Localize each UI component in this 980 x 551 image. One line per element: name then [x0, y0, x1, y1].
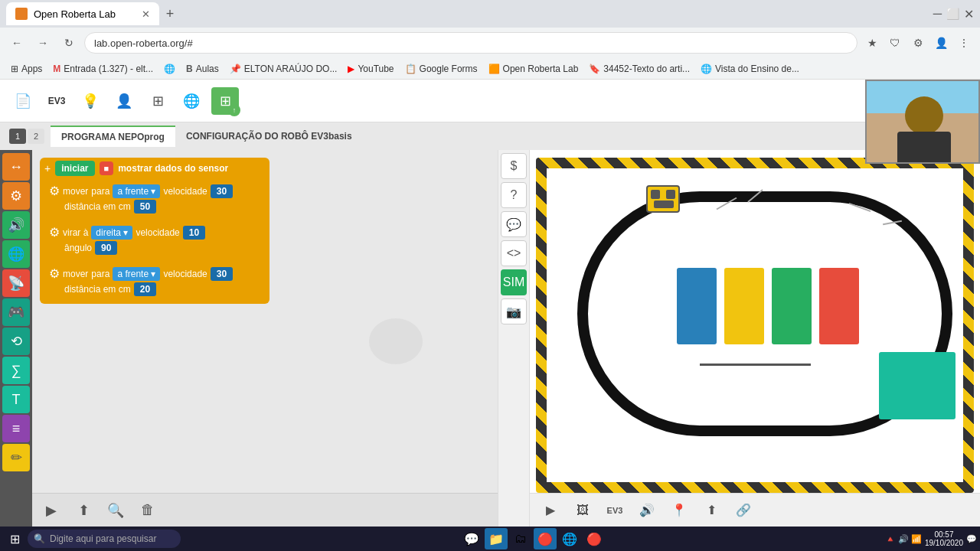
taskbar-search[interactable]: 🔍 Digite aqui para pesquisar: [28, 530, 181, 548]
sidebar-globe-icon[interactable]: 🌐: [2, 240, 30, 268]
browser-actions: ★ 🛡 ⚙ 👤 ⋮: [862, 33, 974, 53]
add-block-btn[interactable]: +: [44, 162, 51, 174]
sidebar-control-icon[interactable]: 🎮: [2, 298, 30, 326]
bookmark-globe[interactable]: 🌐: [159, 62, 180, 76]
bookmark-roberta[interactable]: 🟧 Open Roberta Lab: [484, 62, 583, 76]
play-btn[interactable]: ▶: [40, 499, 63, 522]
taskbar-folder-btn[interactable]: 📁: [485, 528, 508, 549]
forward-button[interactable]: →: [32, 32, 54, 54]
upload-btn[interactable]: ⬆: [72, 499, 95, 522]
maximize-btn[interactable]: ⬜: [946, 8, 959, 20]
address-bar[interactable]: lab.open-roberta.org/#: [84, 32, 858, 54]
close-btn[interactable]: ✕: [964, 7, 974, 21]
browser-controls: ← → ↻ lab.open-roberta.org/# ★ 🛡 ⚙ 👤 ⋮: [0, 28, 980, 58]
speed-value-2[interactable]: 10: [183, 226, 205, 240]
taskbar-time: 00:57 19/10/2020: [925, 530, 963, 547]
dollar-btn[interactable]: $: [501, 153, 527, 179]
speed-value-1[interactable]: 30: [211, 184, 233, 198]
refresh-button[interactable]: ↻: [58, 32, 80, 54]
bookmark-vista[interactable]: 🌐 Vista do Ensino de...: [696, 62, 804, 76]
browser-tab[interactable]: Open Roberta Lab ✕: [6, 2, 159, 25]
sidebar-text-icon[interactable]: T: [2, 386, 30, 413]
direction-dropdown-1[interactable]: a frente ▾: [113, 184, 160, 198]
back-button[interactable]: ←: [6, 32, 28, 54]
sim-sound-btn[interactable]: 🔊: [634, 497, 660, 523]
taskbar-ppt-btn[interactable]: 🔴: [583, 528, 606, 549]
sim-image-btn[interactable]: 🖼: [570, 497, 596, 523]
app-container: 📄 EV3 💡 👤 ⊞ 🌐 ⊞ ↑ 1 2 PROGRAMA NEPOprog …: [0, 80, 980, 527]
bookmark-34452[interactable]: 🔖 34452-Texto do arti...: [584, 62, 694, 76]
sim-play-btn[interactable]: ▶: [537, 497, 564, 523]
sidebar-gear-icon[interactable]: ⚙: [2, 182, 30, 210]
sidebar-edit-icon[interactable]: ✏: [2, 444, 30, 471]
program-tab[interactable]: PROGRAMA NEPOprog: [51, 126, 175, 147]
bookmark-aulas[interactable]: B Aulas: [181, 62, 224, 76]
taskbar-chat-btn[interactable]: 💬: [460, 528, 483, 549]
dist-value-2[interactable]: 20: [134, 282, 156, 296]
speed-value-3[interactable]: 30: [211, 267, 233, 281]
notification-btn[interactable]: 💬: [966, 534, 977, 544]
block-row-3b: distância em cm 20: [49, 282, 260, 296]
taskbar-files-btn[interactable]: 🗂: [509, 528, 532, 549]
program-area: + iniciar ■ mostrar dados do sensor ⚙ mo…: [32, 150, 498, 527]
sidebar-sound-icon[interactable]: 🔊: [2, 211, 30, 239]
bookmark-apps[interactable]: ⊞ Apps: [6, 62, 47, 76]
bookmark-elton[interactable]: 📌 ELTON ARAÚJO DO...: [225, 62, 342, 76]
sidebar-list-icon[interactable]: ≡: [2, 415, 30, 442]
sim-link-btn[interactable]: 🔗: [730, 497, 756, 523]
grid-btn[interactable]: ⊞: [144, 87, 172, 115]
tab-close-btn[interactable]: ✕: [142, 8, 150, 20]
sim-btn[interactable]: SIM: [501, 269, 527, 295]
globe-btn[interactable]: 🌐: [178, 87, 205, 115]
camera-btn[interactable]: 📷: [501, 298, 527, 324]
new-tab-button[interactable]: +: [159, 3, 181, 24]
taskbar-chrome-btn[interactable]: 🔴: [534, 528, 557, 549]
direction-dropdown-2[interactable]: direita ▾: [91, 226, 132, 240]
direction-dropdown-3[interactable]: a frente ▾: [113, 267, 160, 281]
bookmark-icon: 🔖: [589, 64, 600, 74]
settings-btn[interactable]: ⚙: [908, 33, 928, 53]
minimize-btn[interactable]: ─: [933, 7, 942, 21]
stop-block[interactable]: ■: [100, 161, 114, 175]
ev3-btn[interactable]: EV3: [43, 87, 70, 115]
profile-btn[interactable]: 👤: [931, 33, 951, 53]
sim-ev3-btn[interactable]: EV3: [602, 497, 628, 523]
search-btn[interactable]: 🔍: [104, 499, 127, 522]
tab-num-1[interactable]: 1: [9, 129, 26, 144]
person-btn[interactable]: 👤: [110, 87, 138, 115]
sidebar-move-icon[interactable]: ↔: [2, 153, 30, 181]
para-text: para: [91, 186, 109, 197]
trash-btn[interactable]: 🗑: [136, 499, 159, 522]
bookmark-gforms[interactable]: 📋 Google Forms: [400, 62, 482, 76]
bookmark-youtube[interactable]: ▶ YouTube: [343, 62, 398, 76]
sidebar-logic-icon[interactable]: ⟲: [2, 328, 30, 355]
active-grid-btn[interactable]: ⊞ ↑: [211, 87, 239, 115]
bookmark-gmail[interactable]: M Entrada (1.327) - elt...: [48, 62, 158, 76]
code-btn[interactable]: <>: [501, 240, 527, 266]
question-btn[interactable]: ?: [501, 182, 527, 208]
sidebar-sensor-icon[interactable]: 📡: [2, 269, 30, 297]
lightbulb-btn[interactable]: 💡: [77, 87, 104, 115]
extension-btn[interactable]: 🛡: [885, 33, 905, 53]
angle-value[interactable]: 90: [95, 241, 117, 255]
tab-num-2[interactable]: 2: [28, 129, 44, 144]
turn-block: ⚙ virar à direita ▾ velocidade 10 ângulo…: [44, 220, 265, 259]
document-btn[interactable]: 📄: [9, 87, 37, 115]
taskbar-globe-btn[interactable]: 🌐: [558, 528, 581, 549]
robot-body: [654, 201, 674, 208]
sim-location-btn[interactable]: 📍: [666, 497, 692, 523]
sim-inner[interactable]: [547, 168, 963, 482]
sim-upload-btn[interactable]: ⬆: [698, 497, 724, 523]
chat-btn[interactable]: 💬: [501, 211, 527, 237]
main-block-group: + iniciar ■ mostrar dados do sensor ⚙ mo…: [40, 158, 270, 304]
bookmark-star-btn[interactable]: ★: [862, 33, 882, 53]
start-button[interactable]: ⊞: [3, 528, 26, 549]
bookmark-label: Apps: [21, 64, 42, 74]
dist-value-1[interactable]: 50: [134, 200, 156, 214]
robot[interactable]: [646, 185, 680, 213]
config-tab[interactable]: CONFIGURAÇÃO DO ROBÔ EV3basis: [175, 126, 363, 146]
sidebar-math-icon[interactable]: ∑: [2, 357, 30, 384]
apps-icon: ⊞: [11, 64, 18, 74]
iniciar-block[interactable]: iniciar: [55, 161, 94, 176]
menu-btn[interactable]: ⋮: [954, 33, 974, 53]
